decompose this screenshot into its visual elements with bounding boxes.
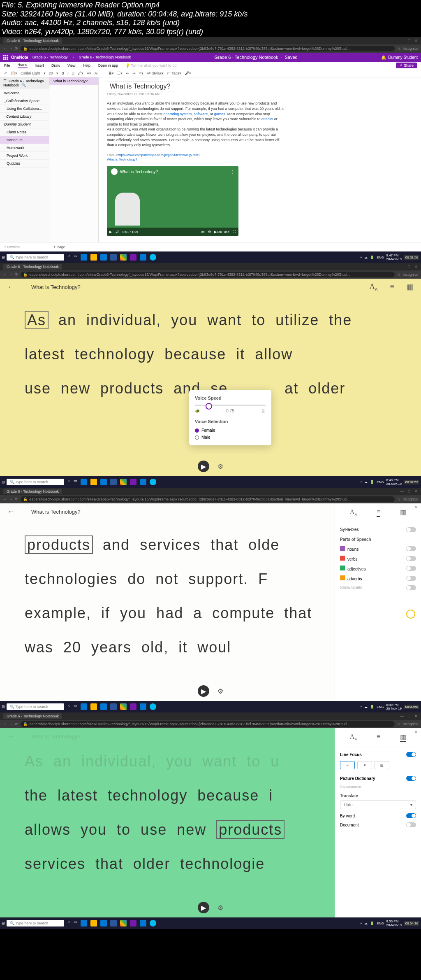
styles-dropdown[interactable]: Aª Styles▾	[147, 71, 164, 75]
tab-insert[interactable]: Insert	[35, 63, 44, 68]
text-prefs-icon[interactable]: AA	[350, 733, 357, 742]
chrome-icon[interactable]	[120, 254, 127, 261]
link[interactable]: What is Technology?	[107, 158, 137, 161]
focus-3-line[interactable]: ≡	[357, 761, 372, 769]
sidebar-item[interactable]: Class Notes	[0, 128, 49, 136]
volume-icon[interactable]: 🔊	[115, 230, 119, 234]
store-icon[interactable]	[100, 254, 107, 261]
italic-button[interactable]: I	[67, 71, 69, 75]
voice-settings-icon[interactable]: ⚙	[217, 904, 223, 912]
grammar-icon[interactable]: ≡	[377, 733, 380, 742]
voice-settings-icon[interactable]: ⚙	[217, 687, 223, 695]
app-launcher-icon[interactable]	[3, 55, 8, 60]
user-name[interactable]: Dummy Student	[388, 55, 418, 60]
sidebar-item[interactable]: _Collaboration Space	[0, 97, 49, 105]
grammar-icon[interactable]: ≡	[390, 282, 394, 292]
font-color-icon[interactable]: A▾	[87, 71, 91, 75]
tab-view[interactable]: View	[67, 63, 75, 68]
breadcrumb[interactable]: Grade 6 - Technology Notebook	[79, 55, 131, 59]
tell-me[interactable]: Tell me what you want to do	[131, 63, 176, 68]
syllables-toggle[interactable]	[406, 527, 416, 532]
share-button[interactable]: ↗ Share	[396, 63, 417, 68]
language-select[interactable]: Urdu▾	[340, 801, 416, 809]
start-icon[interactable]: ⊞	[2, 255, 5, 259]
page-content[interactable]: What is Technology? Friday, November 22,…	[99, 77, 421, 242]
explorer-icon[interactable]	[90, 254, 97, 261]
text-prefs-icon[interactable]: AA	[370, 282, 378, 292]
add-section-button[interactable]: + Section	[0, 242, 49, 251]
onedrive-icon[interactable]	[140, 254, 146, 261]
link[interactable]: operating system	[164, 112, 192, 116]
underline-button[interactable]: U	[72, 71, 75, 75]
video-embed[interactable]: What is Technology?⋮ ▶ 🔊 0:01 / 1:29 cc …	[107, 166, 238, 236]
labels-toggle[interactable]	[406, 585, 416, 590]
word-icon[interactable]	[110, 254, 117, 261]
open-in-app[interactable]: Open in app	[98, 63, 118, 68]
nouns-toggle[interactable]	[406, 546, 416, 551]
tab-help[interactable]: Help	[83, 63, 90, 68]
play-button[interactable]: ▶	[198, 902, 209, 913]
focus-5-line[interactable]: ▤	[375, 761, 389, 769]
grammar-icon[interactable]: ≡	[377, 508, 380, 517]
indent-icon[interactable]: ⇥	[132, 71, 136, 75]
tab-home[interactable]: Home	[18, 63, 28, 68]
app-icon[interactable]	[150, 254, 156, 261]
paragraph[interactable]: As an individual, you want to utilize th…	[107, 101, 284, 147]
voice-settings-icon[interactable]: ⚙	[217, 463, 223, 470]
font-select[interactable]: Calibri Light	[21, 71, 40, 75]
link[interactable]: attacks	[261, 117, 273, 121]
bullets-icon[interactable]: ≣▾	[109, 71, 114, 75]
speed-slider[interactable]	[195, 405, 266, 406]
male-radio[interactable]: Male	[195, 435, 266, 440]
undo-icon[interactable]: ↶	[4, 71, 7, 75]
link[interactable]: software	[194, 112, 208, 116]
url-field[interactable]: 🔒 leadershipschoolpk.sharepoint.com/site…	[21, 46, 395, 51]
star-icon[interactable]: ☆	[397, 47, 400, 51]
adjectives-toggle[interactable]	[406, 566, 416, 571]
by-word-toggle[interactable]	[406, 813, 416, 818]
text-prefs-icon[interactable]: AA	[350, 508, 357, 517]
reload-icon[interactable]: ⟳	[15, 47, 18, 51]
maximize-icon[interactable]: □	[408, 39, 410, 43]
highlight-icon[interactable]: 🖍▾	[78, 71, 83, 75]
search-input[interactable]: 🔍 Type here to search	[7, 254, 64, 261]
play-button[interactable]: ▶	[198, 685, 209, 697]
forward-icon[interactable]: →	[9, 47, 13, 51]
cc-icon[interactable]: cc	[201, 230, 205, 234]
close-icon[interactable]: ✕	[414, 730, 418, 734]
font-size[interactable]: 20	[49, 71, 53, 75]
tab-draw[interactable]: Draw	[51, 63, 60, 68]
tab-file[interactable]: File	[4, 63, 10, 68]
sidebar-item[interactable]: Using the Collabora...	[0, 105, 49, 113]
back-icon[interactable]: ←	[7, 507, 15, 516]
reading-prefs-icon[interactable]: ▥	[400, 508, 406, 517]
add-page-button[interactable]: + Page	[49, 242, 99, 251]
taskview-icon[interactable]: ▭	[74, 254, 77, 261]
sidebar-item[interactable]: Homework	[0, 144, 49, 152]
close-icon[interactable]: ✕	[414, 39, 418, 43]
play-icon[interactable]: ▶	[109, 230, 112, 234]
cortana-icon[interactable]: ○	[68, 254, 70, 261]
sidebar-item[interactable]: _Content Library	[0, 113, 49, 121]
page-item[interactable]: What is Technology?	[49, 77, 98, 85]
breadcrumb[interactable]: Grade 6 - Technology	[32, 55, 68, 59]
browser-tab[interactable]: Grade 6 - Technology Notebook	[3, 264, 62, 270]
align-icon[interactable]: ≡▾	[139, 71, 143, 75]
edge-icon[interactable]	[81, 254, 87, 261]
youtube-icon[interactable]: ▶YouTube	[214, 230, 229, 234]
sidebar-item[interactable]: Welcome	[0, 89, 49, 97]
sidebar-item[interactable]: Project Work	[0, 152, 49, 160]
paste-icon[interactable]: 📋▾	[11, 71, 17, 75]
reading-prefs-icon[interactable]: ▥	[400, 733, 406, 742]
onenote-icon[interactable]	[130, 254, 136, 261]
reading-prefs-icon[interactable]: ▥	[407, 282, 414, 292]
source-link[interactable]: https://www.computerhope.com/jargon/t/te…	[118, 153, 198, 157]
outdent-icon[interactable]: ⇤	[126, 71, 129, 75]
sidebar-item[interactable]: Dummy Student	[0, 121, 49, 128]
bold-button[interactable]: B	[62, 71, 65, 75]
sidebar-item[interactable]: Quizzes	[0, 160, 49, 168]
close-icon[interactable]: ✕	[414, 505, 418, 510]
verbs-toggle[interactable]	[406, 556, 416, 561]
back-icon[interactable]: ←	[7, 283, 15, 291]
minimize-icon[interactable]: —	[400, 39, 404, 43]
